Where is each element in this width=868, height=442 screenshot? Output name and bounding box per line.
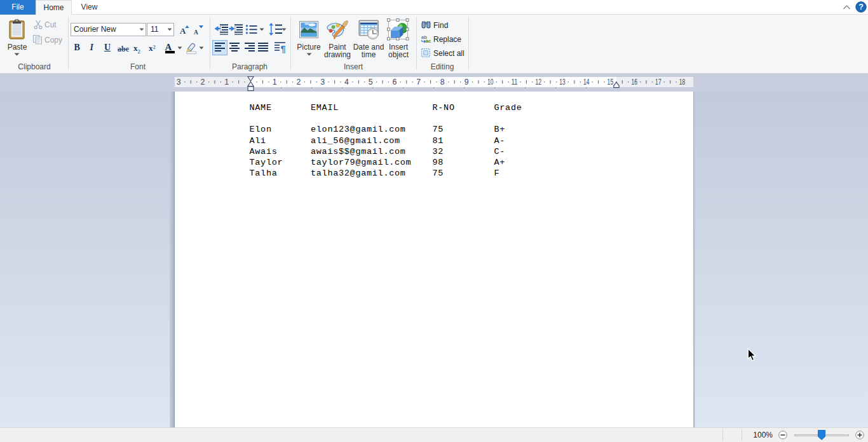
svg-text:16: 16 (631, 78, 637, 86)
svg-text:¶: ¶ (281, 43, 286, 54)
svg-text:15: 15 (607, 78, 614, 86)
svg-text:11: 11 (512, 78, 518, 86)
svg-text:7: 7 (416, 78, 421, 86)
svg-text:2: 2 (297, 78, 301, 86)
svg-text:4: 4 (344, 78, 349, 86)
svg-text:13: 13 (559, 78, 566, 86)
svg-text:12: 12 (536, 78, 542, 86)
svg-text:6: 6 (392, 78, 397, 86)
svg-text:17: 17 (655, 78, 661, 86)
svg-text:8: 8 (440, 78, 445, 86)
svg-text:5: 5 (369, 78, 373, 86)
svg-text:10: 10 (487, 78, 494, 86)
svg-text:1: 1 (224, 78, 229, 86)
svg-text:2: 2 (201, 78, 205, 86)
svg-text:1: 1 (273, 78, 277, 86)
svg-text:9: 9 (465, 78, 469, 86)
svg-text:3: 3 (320, 78, 325, 86)
svg-text:3: 3 (177, 78, 181, 86)
svg-text:ac: ac (425, 38, 431, 43)
svg-text:14: 14 (583, 78, 590, 86)
svg-text:18: 18 (679, 78, 686, 86)
svg-text:?: ? (858, 3, 864, 11)
